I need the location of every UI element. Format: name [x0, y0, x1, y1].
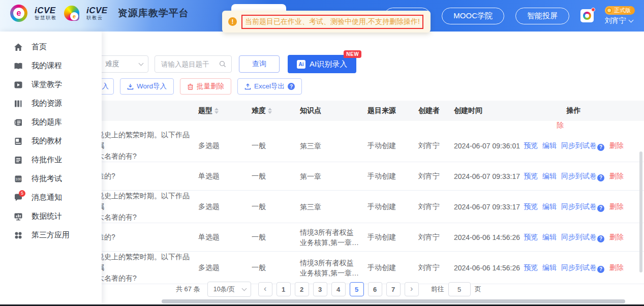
page-size-select[interactable]: 10条/页 [207, 282, 251, 297]
table-row: 说史上的繁荣时期。以下作品属 大名著的有? 多选题 一般 情境3所有者权益 业务… [102, 252, 644, 284]
difficulty-select[interactable]: 难度 [98, 55, 148, 73]
logo2-brand: iCVE [86, 6, 108, 15]
word-import-button[interactable]: Word导入 [120, 78, 174, 95]
next-page-button[interactable]: › [405, 282, 419, 296]
excel-export-button[interactable]: Excel导出 ? [237, 78, 302, 95]
created-cell: 2024-06-07 09:33:17 [450, 172, 524, 180]
version-badge: 正式版 [605, 6, 635, 15]
sidebar-item-notifications[interactable]: 5 消息通知 [0, 188, 102, 207]
delete-link[interactable]: 删除 [609, 263, 624, 271]
edit-link[interactable]: 编辑 [542, 263, 557, 271]
delete-link[interactable]: 删除 [609, 233, 624, 241]
horizontal-scrollbar[interactable] [162, 299, 625, 303]
delete-link[interactable]: 删除 [609, 172, 624, 180]
sidebar-item-pending-homework[interactable]: 待批作业 [0, 150, 102, 169]
created-cell: 2024-06-07 09:36:01 [450, 142, 524, 150]
page-number-button[interactable]: 4 [331, 282, 346, 296]
page-number-button[interactable]: 2 [295, 282, 309, 296]
sync-to-paper-link[interactable]: 同步到试卷 [561, 141, 597, 149]
page-title: 资源库教学平台 [118, 7, 189, 20]
edit-link[interactable]: 编辑 [542, 141, 557, 149]
edit-link[interactable]: 编辑 [542, 172, 557, 180]
warning-icon: ! [228, 17, 237, 26]
sync-to-paper-link[interactable]: 同步到试卷 [561, 202, 597, 210]
sync-to-paper-link[interactable]: 同步到试卷 [561, 172, 597, 180]
statistics-icon [14, 212, 23, 221]
created-cell: 2024-06-07 09:33:17 [450, 203, 524, 211]
sidebar-item-my-resources[interactable]: 我的资源 [0, 94, 102, 113]
logo1-brand: iCVE [35, 6, 57, 15]
table-row: 造的? 单选题 一般 第一章 手动创建 刘宵宁 2024-06-07 09:33… [102, 162, 644, 191]
preview-link[interactable]: 预览 [524, 263, 538, 271]
source-cell: 手动创建 [361, 233, 414, 242]
prev-page-button[interactable]: ‹ [258, 282, 272, 296]
help-icon[interactable]: ? [597, 266, 604, 273]
col-difficulty[interactable]: 难度 [241, 106, 292, 115]
delete-link[interactable]: 删除 [609, 141, 624, 149]
sidebar-item-data-statistics[interactable]: 数据统计 [0, 207, 102, 226]
search-input[interactable] [161, 60, 217, 68]
logo1-sub: 智慧职教 [35, 16, 57, 20]
help-icon[interactable]: ? [597, 144, 604, 151]
page-number-button[interactable]: 7 [386, 282, 401, 296]
creator-cell: 刘宵宁 [414, 172, 450, 181]
page-number-button[interactable]: 6 [368, 282, 382, 296]
knowledge-cell: 情境3所有者权益 业务核算,第一章… [292, 227, 361, 248]
vertical-scrollbar[interactable] [639, 151, 642, 272]
source-cell: 手动创建 [361, 172, 414, 181]
nav-mooc-college[interactable]: MOOC学院 [442, 8, 504, 24]
sidebar-item-pending-exams[interactable]: 100 待批考试 [0, 169, 102, 188]
page-number-button[interactable]: 5 [350, 282, 364, 296]
help-icon[interactable]: ? [597, 174, 604, 181]
table-row: 说史上的繁荣时期。以下作品属 大名著的有? 多选题 一般 第三章 手动创建 刘宵… [102, 130, 644, 162]
sidebar-item-third-party-apps[interactable]: 第三方应用 [0, 226, 102, 244]
book-open-icon [14, 62, 23, 71]
query-button[interactable]: 查询 [239, 55, 280, 73]
creator-cell: 刘宵宁 [414, 263, 450, 272]
main-content: 难度 查询 Ai AI识别录入 NEW 入 Word导入 批量删除 [102, 32, 644, 304]
knowledge-cell: 情境3所有者权益 业务核算,第一章… [292, 258, 361, 278]
help-icon[interactable]: ? [288, 83, 295, 90]
goto-page-input[interactable] [448, 282, 471, 296]
col-source: 题目来源 [361, 106, 414, 115]
edit-link[interactable]: 编辑 [542, 202, 557, 210]
sidebar-item-my-textbooks[interactable]: 我的教材 [0, 132, 102, 150]
table-row: 说史上的繁荣时期。以下作品属 大名著的有? 多选题 一般 第三章 手动创建 刘宵… [102, 191, 644, 223]
difficulty-cell: 一般 [241, 263, 292, 272]
col-created: 创建时间 [450, 106, 524, 115]
preview-link[interactable]: 预览 [524, 141, 538, 149]
col-operations: 操作 [524, 106, 644, 115]
app-launcher-icon[interactable] [580, 9, 594, 22]
warning-toast: ! 当前题目已在作业、考试、测验中使用,不支持删除操作! [222, 11, 431, 33]
help-icon[interactable]: ? [597, 205, 604, 212]
preview-link[interactable]: 预览 [524, 202, 538, 210]
home-icon [14, 43, 23, 52]
page-number-button[interactable]: 3 [313, 282, 327, 296]
ai-recognition-button[interactable]: Ai AI识别录入 NEW [288, 55, 356, 73]
edit-link[interactable]: 编辑 [542, 233, 557, 241]
sidebar: 首页 我的课程 课堂教学 我的资源 我的题库 我的教材 待批作业 100 待批考 [0, 32, 102, 304]
col-type[interactable]: 题型 [191, 106, 241, 115]
sidebar-item-home[interactable]: 首页 [0, 38, 102, 56]
icve-zhijiaoyun-logo-icon [64, 6, 79, 21]
created-cell: 2024-06-06 14:56:26 [450, 264, 524, 272]
batch-delete-button[interactable]: 批量删除 [180, 78, 231, 95]
sidebar-item-my-courses[interactable]: 我的课程 [0, 56, 102, 75]
page-number-button[interactable]: 1 [277, 282, 291, 296]
sidebar-item-classroom-teaching[interactable]: 课堂教学 [0, 75, 102, 94]
sort-icon[interactable] [214, 108, 219, 114]
row-actions: 预览 编辑 同步到试卷? 删除 [524, 232, 644, 242]
delete-link[interactable]: 删除 [609, 202, 624, 210]
nav-smart-cast[interactable]: 智能投屏 [515, 8, 569, 24]
download-icon [127, 83, 134, 90]
clipped-delete-fragment[interactable]: 除 [557, 121, 564, 130]
sync-to-paper-link[interactable]: 同步到试卷 [561, 263, 597, 271]
preview-link[interactable]: 预览 [524, 172, 538, 180]
sync-to-paper-link[interactable]: 同步到试卷 [561, 233, 597, 241]
preview-link[interactable]: 预览 [524, 233, 538, 241]
help-icon[interactable]: ? [597, 235, 604, 242]
sort-icon[interactable] [268, 108, 272, 114]
user-menu[interactable]: 刘宵宁 [605, 16, 633, 25]
sidebar-item-my-question-bank[interactable]: 我的题库 [0, 113, 102, 132]
toast-message: 当前题目已在作业、考试、测验中使用,不支持删除操作! [241, 15, 423, 29]
